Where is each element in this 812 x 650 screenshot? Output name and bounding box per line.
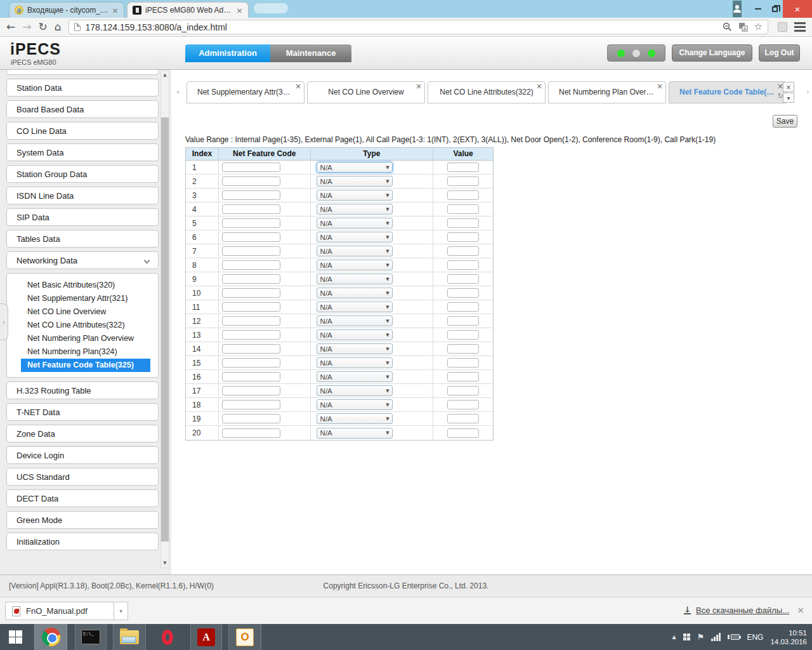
- net-feature-code-input[interactable]: [222, 246, 280, 256]
- network-signal-icon[interactable]: [711, 633, 721, 641]
- value-input[interactable]: [447, 330, 479, 340]
- sidebar-collapse-handle[interactable]: ‹: [0, 303, 8, 340]
- type-select[interactable]: N/A ▼: [317, 246, 393, 256]
- content-tab[interactable]: Net CO Line Overview × ↻: [307, 81, 425, 103]
- menu-icon[interactable]: [794, 22, 806, 32]
- value-input[interactable]: [447, 176, 479, 186]
- type-select[interactable]: N/A ▼: [317, 428, 393, 439]
- type-select[interactable]: N/A ▼: [317, 302, 393, 312]
- tray-windows-icon[interactable]: [683, 633, 690, 640]
- sidebar-item[interactable]: Zone Data: [6, 425, 159, 442]
- start-button[interactable]: [0, 624, 30, 650]
- minimize-button[interactable]: [750, 0, 766, 18]
- close-icon[interactable]: ×: [112, 6, 119, 15]
- net-feature-code-input[interactable]: [222, 260, 280, 270]
- home-button[interactable]: ⌂: [55, 22, 62, 32]
- sidebar-item[interactable]: H.323 Routing Table: [6, 381, 159, 399]
- value-input[interactable]: [447, 316, 479, 326]
- sidebar-item[interactable]: Board Based Data: [6, 100, 159, 118]
- sidebar-item[interactable]: UCS Standard: [6, 468, 159, 486]
- type-select[interactable]: N/A ▼: [317, 371, 393, 382]
- net-feature-code-input[interactable]: [222, 330, 280, 340]
- type-select[interactable]: N/A ▼: [317, 232, 393, 242]
- value-input[interactable]: [447, 358, 479, 368]
- close-all-tabs-button[interactable]: ×: [783, 82, 794, 92]
- value-input[interactable]: [447, 218, 479, 228]
- net-feature-code-input[interactable]: [222, 232, 280, 242]
- profile-button[interactable]: [733, 1, 742, 17]
- value-input[interactable]: [447, 428, 479, 438]
- reload-button[interactable]: ↻: [39, 22, 48, 32]
- value-input[interactable]: [447, 190, 479, 200]
- type-select[interactable]: N/A ▼: [317, 190, 393, 201]
- sidebar-item[interactable]: DECT Data: [6, 489, 159, 507]
- sidebar-item[interactable]: Tables Data: [6, 230, 159, 248]
- type-select[interactable]: N/A ▼: [317, 274, 393, 284]
- close-icon[interactable]: ×: [416, 82, 422, 91]
- value-input[interactable]: [447, 232, 479, 242]
- content-tab[interactable]: Net CO Line Attributes(322) × ↻: [428, 81, 546, 103]
- close-icon[interactable]: ×: [236, 6, 243, 15]
- content-tab[interactable]: Net Supplementary Attr(321) × ↻: [187, 81, 304, 103]
- language-indicator[interactable]: ENG: [747, 633, 763, 642]
- value-input[interactable]: [447, 204, 479, 214]
- back-button[interactable]: ←: [6, 22, 15, 32]
- sidebar-item[interactable]: Station Data: [6, 79, 159, 96]
- taskbar-cmd[interactable]: C:\_: [75, 624, 107, 650]
- sidebar-subitem[interactable]: Net Supplementary Attr(321): [21, 292, 150, 305]
- downloaded-file-name[interactable]: FnO_Manual.pdf: [26, 606, 114, 616]
- type-select[interactable]: N/A ▼: [317, 288, 393, 298]
- value-input[interactable]: [447, 344, 479, 354]
- save-button[interactable]: Save: [773, 115, 797, 128]
- type-select[interactable]: N/A ▼: [317, 399, 393, 410]
- forward-button[interactable]: →: [22, 22, 31, 32]
- net-feature-code-input[interactable]: [222, 176, 280, 186]
- value-input[interactable]: [447, 302, 479, 312]
- taskbar-outlook[interactable]: O: [228, 624, 261, 650]
- mode-tab[interactable]: Administration: [185, 44, 270, 62]
- value-input[interactable]: [447, 246, 479, 256]
- battery-icon[interactable]: [728, 634, 740, 640]
- net-feature-code-input[interactable]: [222, 288, 280, 298]
- scrollbar-thumb[interactable]: [161, 117, 169, 541]
- type-select[interactable]: N/A ▼: [317, 343, 393, 354]
- value-input[interactable]: [447, 400, 479, 409]
- sidebar-item[interactable]: Initialization: [6, 533, 159, 550]
- type-select[interactable]: N/A ▼: [317, 218, 393, 229]
- taskbar-opera[interactable]: [152, 624, 183, 650]
- file-options-dropdown[interactable]: ▼: [114, 602, 128, 620]
- tabs-scroll-right-icon[interactable]: ›: [806, 87, 809, 96]
- sidebar-item[interactable]: CO Line Data: [6, 122, 159, 140]
- taskbar-file-explorer[interactable]: [113, 624, 146, 650]
- close-window-button[interactable]: ×: [783, 0, 812, 18]
- net-feature-code-input[interactable]: [222, 204, 280, 214]
- sidebar-group-networking-data[interactable]: Networking Data: [6, 251, 159, 269]
- value-input[interactable]: [447, 288, 479, 298]
- sidebar-scrollbar[interactable]: ▲ ▼: [160, 70, 169, 568]
- scroll-up-icon[interactable]: ▲: [161, 70, 169, 79]
- taskbar-chrome[interactable]: [34, 624, 67, 650]
- bookmark-star-icon[interactable]: ☆: [754, 22, 763, 32]
- sidebar-subitem[interactable]: Net CO Line Overview: [21, 305, 150, 319]
- change-language-button[interactable]: Change Language: [672, 44, 752, 62]
- sidebar-subitem[interactable]: Net Feature Code Table(325): [21, 359, 150, 372]
- clock[interactable]: 10:51 14.03.2016: [770, 628, 807, 646]
- action-center-flag-icon[interactable]: ⚑: [697, 632, 705, 642]
- type-select[interactable]: N/A ▼: [317, 385, 393, 396]
- content-tab[interactable]: Net Numbering Plan Overview × ↻: [548, 81, 666, 103]
- net-feature-code-input[interactable]: [222, 162, 280, 172]
- sidebar-item[interactable]: T-NET Data: [6, 403, 159, 421]
- net-feature-code-input[interactable]: [222, 274, 280, 284]
- logout-button[interactable]: Log Out: [759, 44, 800, 62]
- net-feature-code-input[interactable]: [222, 400, 280, 409]
- content-tab[interactable]: Net Feature Code Table(325) × ↻: [669, 81, 787, 103]
- extension-icon[interactable]: [778, 22, 787, 32]
- close-icon[interactable]: ×: [536, 82, 542, 91]
- sidebar-item[interactable]: ISDN Line Data: [6, 187, 159, 204]
- sidebar-subitem[interactable]: Net Basic Attributes(320): [21, 279, 150, 292]
- tray-expand-icon[interactable]: ▲: [672, 634, 676, 640]
- downloaded-file-chip[interactable]: FnO_Manual.pdf ▼: [5, 602, 128, 620]
- browser-tab-ipecs[interactable]: iPECS eMG80 Web Admin ×: [127, 2, 249, 18]
- type-select[interactable]: N/A ▼: [317, 413, 393, 424]
- address-bar[interactable]: 178.124.159.153:8080/a_index.html A ☆: [69, 20, 768, 34]
